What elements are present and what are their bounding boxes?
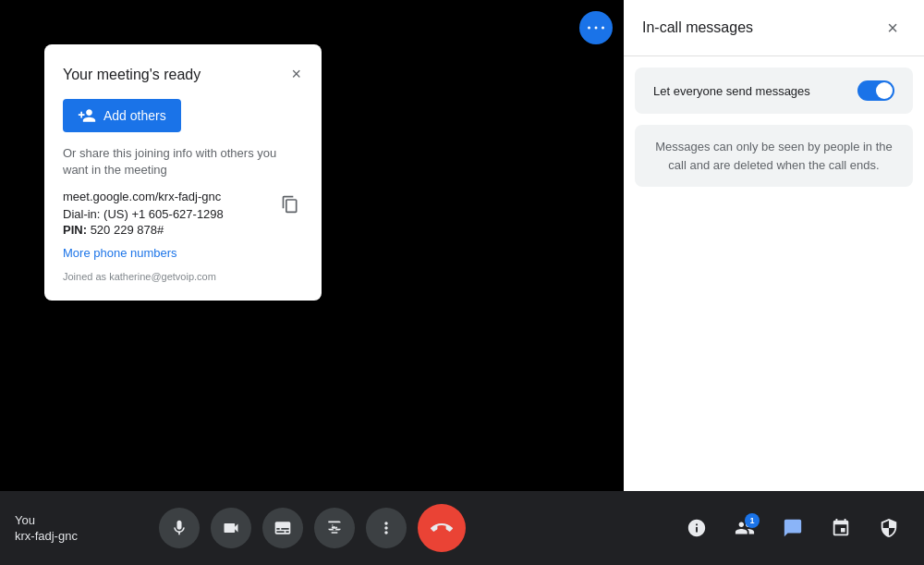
video-content: Your meeting's ready × Add others Or sha… (0, 0, 624, 565)
pin: PIN: 520 229 878# (63, 223, 277, 237)
add-others-button[interactable]: Add others (63, 99, 181, 132)
panel-title: In-call messages (642, 19, 753, 36)
info-button[interactable] (676, 508, 717, 548)
popup-header: Your meeting's ready × (63, 63, 303, 86)
camera-button[interactable] (211, 508, 251, 548)
copy-button[interactable] (277, 191, 303, 217)
microphone-button[interactable] (159, 508, 200, 548)
dial-in: Dial-in: (US) +1 605-627-1298 (63, 207, 277, 221)
bottom-left-info: You krx-fadj-gnc (15, 513, 78, 543)
info-box: Messages can only be seen by people in t… (635, 125, 913, 187)
pin-value: 520 229 878# (91, 223, 164, 237)
popup-title: Your meeting's ready (63, 67, 201, 83)
meeting-info-row: meet.google.com/krx-fadj-gnc Dial-in: (U… (63, 190, 303, 246)
controls-center (159, 504, 466, 552)
panel-body: Let everyone send messages Messages can … (624, 56, 924, 518)
right-panel: In-call messages × Let everyone send mes… (624, 0, 924, 565)
panel-bottom-controls: 1 (624, 491, 924, 565)
meeting-details: meet.google.com/krx-fadj-gnc Dial-in: (U… (63, 190, 277, 246)
video-area: Your meeting's ready × Add others Or sha… (0, 0, 624, 565)
more-controls-button[interactable] (366, 508, 407, 548)
participant-name: You (15, 513, 78, 527)
toggle-switch[interactable] (857, 80, 894, 101)
popup-close-button[interactable]: × (289, 63, 303, 86)
meeting-code-label: krx-fadj-gnc (15, 529, 78, 543)
activities-button[interactable] (821, 508, 861, 548)
more-phone-numbers-link[interactable]: More phone numbers (63, 246, 303, 260)
dial-in-value: (US) +1 605-627-1298 (103, 207, 224, 221)
panel-header: In-call messages × (624, 0, 924, 56)
safety-button[interactable] (869, 508, 909, 548)
meeting-link: meet.google.com/krx-fadj-gnc (63, 190, 277, 203)
info-box-text: Messages can only be seen by people in t… (650, 138, 898, 174)
present-button[interactable] (314, 508, 355, 548)
more-options-button[interactable] (579, 11, 613, 44)
people-button[interactable]: 1 (724, 508, 765, 548)
toggle-row: Let everyone send messages (635, 68, 913, 114)
add-others-label: Add others (103, 108, 166, 123)
toggle-label: Let everyone send messages (653, 84, 810, 98)
panel-close-button[interactable]: × (880, 15, 906, 41)
pin-label: PIN: (63, 223, 87, 237)
share-text: Or share this joining info with others y… (63, 145, 303, 178)
end-call-button[interactable] (418, 504, 466, 552)
meeting-ready-popup: Your meeting's ready × Add others Or sha… (44, 44, 322, 301)
controls-bar: You krx-fadj-gnc (0, 491, 624, 565)
svg-point-0 (588, 27, 590, 30)
people-notification-badge: 1 (745, 513, 760, 528)
captions-button[interactable] (262, 508, 303, 548)
chat-button[interactable] (772, 508, 813, 548)
joined-as-text: Joined as katherine@getvoip.com (63, 271, 303, 282)
svg-point-1 (595, 27, 598, 30)
toggle-knob (876, 82, 893, 99)
dial-in-label: Dial-in: (63, 207, 100, 221)
svg-point-2 (602, 27, 604, 30)
